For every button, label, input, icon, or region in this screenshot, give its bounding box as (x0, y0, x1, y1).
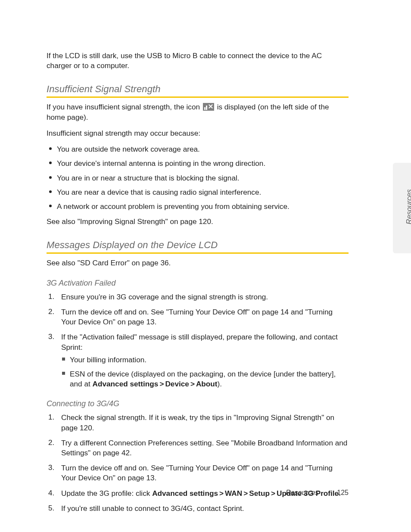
side-tab: Resources (393, 163, 411, 253)
chevron-icon: > (158, 380, 165, 388)
path-part: Setup (249, 489, 270, 498)
subheading-connecting: Connecting to 3G/4G (47, 399, 349, 408)
path-part: Advanced settings (93, 380, 159, 388)
list-item: Ensure you're in 3G coverage and the sig… (47, 292, 349, 302)
document-page: Resources If the LCD is still dark, use … (0, 0, 411, 532)
list-item: Your device's internal antenna is pointi… (47, 159, 349, 168)
list-item: You are near a device that is causing ra… (47, 187, 349, 197)
divider (47, 96, 349, 98)
lcd-see-also: See also "SD Card Error" on page 36. (47, 258, 349, 268)
path-part: Device (165, 380, 189, 388)
signal-para-1a: If you have insufficient signal strength… (47, 103, 202, 111)
list-item: Check the signal strength. If it is weak… (47, 413, 349, 432)
heading-messages-lcd: Messages Displayed on the Device LCD (47, 240, 349, 251)
chevron-icon: > (270, 489, 277, 498)
chevron-icon: > (218, 489, 225, 498)
connecting-steps: Check the signal strength. If it is weak… (47, 413, 349, 513)
list-item: You are in or near a structure that is b… (47, 173, 349, 183)
list-item: A network or account problem is preventi… (47, 202, 349, 212)
list-item: You are outside the network coverage are… (47, 144, 349, 154)
page-footer: Resources 125 (286, 489, 349, 497)
signal-causes-list: You are outside the network coverage are… (47, 144, 349, 212)
footer-section: Resources (286, 489, 318, 496)
heading-insufficient-signal: Insufficient Signal Strength (47, 84, 349, 95)
signal-para-1: If you have insufficient signal strength… (47, 102, 349, 122)
path-part: Advanced settings (152, 489, 218, 498)
list-item: Turn the device off and on. See "Turning… (47, 463, 349, 483)
path-part: About (196, 380, 218, 388)
path-part: WAN (225, 489, 242, 498)
footer-page-number: 125 (337, 489, 349, 496)
text: Update the 3G profile: click (61, 489, 152, 498)
text: ). (218, 380, 222, 388)
chevron-icon: > (242, 489, 249, 498)
step-text: If the "Activation failed" message is st… (61, 333, 338, 351)
divider (47, 252, 349, 254)
subheading-3g-activation: 3G Activation Failed (47, 279, 349, 288)
list-item: Your billing information. (61, 355, 349, 365)
activation-sublist: Your billing information. ESN of the dev… (61, 355, 349, 389)
intro-paragraph: If the LCD is still dark, use the USB to… (47, 51, 349, 71)
list-item: If you're still unable to connect to 3G/… (47, 504, 349, 513)
list-item: Turn the device off and on. See "Turning… (47, 307, 349, 327)
list-item: If the "Activation failed" message is st… (47, 332, 349, 389)
no-signal-icon (203, 103, 214, 111)
side-tab-label: Resources (405, 189, 411, 224)
list-item: Try a different Connection Preferences s… (47, 438, 349, 458)
activation-steps: Ensure you're in 3G coverage and the sig… (47, 292, 349, 389)
chevron-icon: > (189, 380, 196, 388)
signal-para-2: Insufficient signal strength may occur b… (47, 128, 349, 138)
signal-see-also: See also "Improving Signal Strength" on … (47, 217, 349, 227)
list-item: ESN of the device (displayed on the pack… (61, 369, 349, 389)
